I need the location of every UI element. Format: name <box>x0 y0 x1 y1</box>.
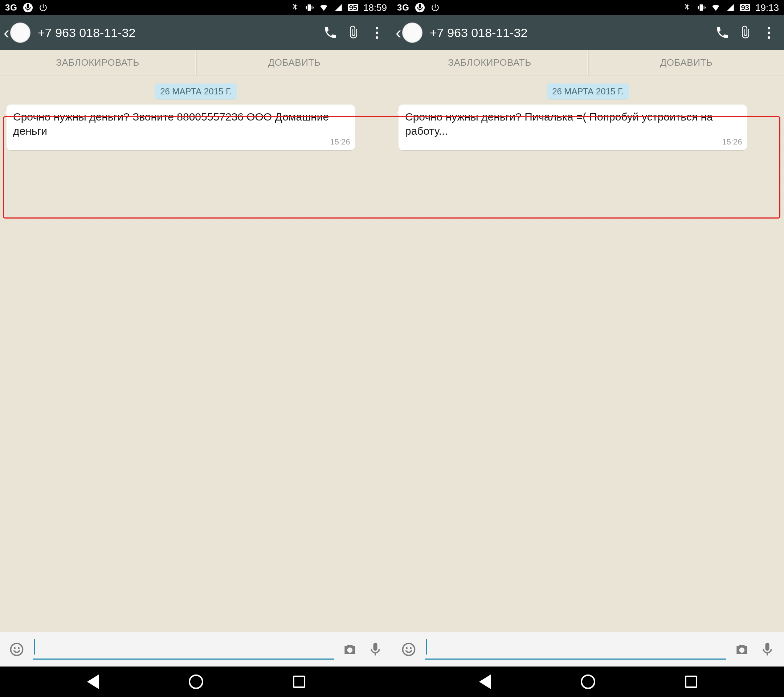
voice-button[interactable] <box>758 640 777 659</box>
nav-home[interactable] <box>578 672 598 692</box>
emoji-button[interactable] <box>399 640 418 659</box>
chat-area[interactable]: 26 МАРТА 2015 Г. Срочно нужны деньги? Пи… <box>392 76 784 632</box>
action-row: ЗАБЛОКИРОВАТЬ ДОБАВИТЬ <box>392 50 784 76</box>
battery-indicator: 95 <box>348 4 358 11</box>
svg-point-4 <box>406 647 408 649</box>
paperclip-icon <box>738 25 753 40</box>
avatar <box>402 23 422 43</box>
message-text: Срочно нужны деньги? Звоните 88005557236… <box>13 111 329 137</box>
phone-icon <box>715 25 730 40</box>
wifi-icon <box>711 3 720 12</box>
svg-point-3 <box>403 643 415 655</box>
incoming-message[interactable]: Срочно нужны деньги? Звоните 88005557236… <box>7 105 355 150</box>
emoji-button[interactable] <box>7 640 26 659</box>
recent-square-icon <box>685 676 697 688</box>
mic-icon <box>415 3 425 12</box>
input-bar <box>0 632 392 667</box>
mic-icon <box>23 3 33 12</box>
chat-area[interactable]: 26 МАРТА 2015 Г. Срочно нужны деньги? Зв… <box>0 76 392 632</box>
network-indicator: 3G <box>5 3 17 13</box>
add-contact-button[interactable]: ДОБАВИТЬ <box>588 50 784 75</box>
network-indicator: 3G <box>397 3 409 13</box>
menu-button[interactable] <box>365 21 389 44</box>
clock: 19:13 <box>755 2 779 13</box>
chat-header: ‹ +7 963 018-11-32 <box>0 15 392 50</box>
back-triangle-icon <box>479 674 491 689</box>
back-triangle-icon <box>87 674 99 689</box>
message-time: 15:26 <box>722 137 742 147</box>
block-button[interactable]: ЗАБЛОКИРОВАТЬ <box>392 50 588 75</box>
bluetooth-icon <box>290 3 300 12</box>
android-nav <box>0 667 784 697</box>
status-bar: 3G 9 <box>0 0 392 15</box>
contact-name[interactable]: +7 963 018-11-32 <box>430 26 527 40</box>
svg-point-0 <box>11 643 23 655</box>
clock: 18:59 <box>363 2 387 13</box>
recent-square-icon <box>293 676 305 688</box>
add-contact-button[interactable]: ДОБАВИТЬ <box>196 50 392 75</box>
camera-icon <box>342 641 358 657</box>
attach-button[interactable] <box>734 21 757 44</box>
camera-button[interactable] <box>733 640 751 659</box>
nav-home[interactable] <box>186 672 206 692</box>
mic-icon <box>759 641 775 657</box>
message-input[interactable] <box>33 639 334 660</box>
chat-header: ‹ +7 963 018-11-32 <box>392 15 784 50</box>
screens-row: 3G 9 <box>0 0 784 667</box>
date-pill: 26 МАРТА 2015 Г. <box>547 84 629 99</box>
contact-name[interactable]: +7 963 018-11-32 <box>38 26 135 40</box>
nav-back[interactable] <box>475 672 495 692</box>
svg-point-2 <box>18 647 20 649</box>
screen-right: 3G 93 19:13 ‹ +7 963 <box>392 0 784 667</box>
signal-icon <box>726 3 735 12</box>
bluetooth-icon <box>682 3 692 12</box>
back-button[interactable]: ‹ <box>2 21 33 44</box>
mic-icon <box>367 641 383 657</box>
message-input[interactable] <box>425 639 726 660</box>
incoming-message[interactable]: Срочно нужны деньги? Пичалька =( Попробу… <box>399 105 747 150</box>
date-pill: 26 МАРТА 2015 Г. <box>155 84 237 99</box>
signal-icon <box>334 3 343 12</box>
nav-recent[interactable] <box>289 672 309 692</box>
message-time: 15:26 <box>330 137 350 147</box>
chevron-left-icon: ‹ <box>3 28 10 38</box>
wifi-icon <box>319 3 328 12</box>
emoji-icon <box>9 641 25 657</box>
power-icon <box>430 3 440 12</box>
emoji-icon <box>401 641 417 657</box>
vibrate-icon <box>305 3 314 12</box>
camera-icon <box>734 641 750 657</box>
phone-icon <box>323 25 338 40</box>
home-circle-icon <box>581 674 595 689</box>
vibrate-icon <box>697 3 706 12</box>
power-icon <box>38 3 48 12</box>
svg-point-5 <box>410 647 412 649</box>
screen-left: 3G 9 <box>0 0 392 667</box>
camera-button[interactable] <box>341 640 359 659</box>
svg-point-1 <box>14 647 16 649</box>
chevron-left-icon: ‹ <box>395 28 402 38</box>
action-row: ЗАБЛОКИРОВАТЬ ДОБАВИТЬ <box>0 50 392 76</box>
home-circle-icon <box>189 674 203 689</box>
menu-button[interactable] <box>757 21 781 44</box>
voice-button[interactable] <box>366 640 385 659</box>
call-button[interactable] <box>319 21 342 44</box>
block-button[interactable]: ЗАБЛОКИРОВАТЬ <box>0 50 196 75</box>
attach-button[interactable] <box>342 21 365 44</box>
battery-indicator: 93 <box>740 4 750 11</box>
call-button[interactable] <box>711 21 734 44</box>
nav-back[interactable] <box>83 672 103 692</box>
avatar <box>10 23 30 43</box>
input-bar <box>392 632 784 667</box>
nav-recent[interactable] <box>681 672 701 692</box>
status-bar: 3G 93 19:13 <box>392 0 784 15</box>
paperclip-icon <box>346 25 361 40</box>
back-button[interactable]: ‹ <box>394 21 425 44</box>
message-text: Срочно нужны деньги? Пичалька =( Попробу… <box>405 111 713 137</box>
